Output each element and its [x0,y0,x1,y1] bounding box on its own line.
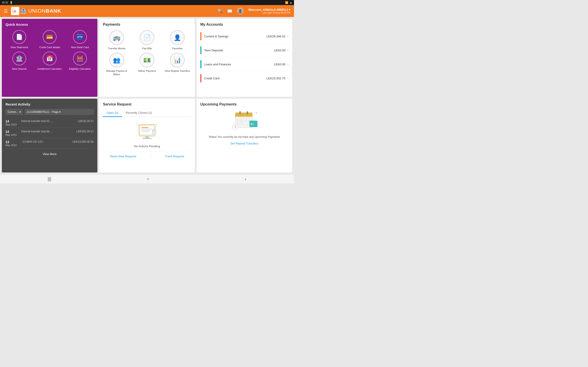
qa-credit-card[interactable]: 💳 Credit Card details [36,30,63,49]
avatar: 👤 [237,8,244,15]
tx-date-1: 14 May 2019 [6,119,19,126]
recent-filters: Curren... ▾ 111100088070111 - Paga ▾ [6,109,94,115]
account-term-deposits-balance: LEK0.00 [274,49,285,52]
nav-home-icon[interactable]: ○ [147,176,149,182]
payments-grid: 🚌 Transfer Money 📄 Pay Bills 👤 Favorites… [103,30,191,76]
svg-rect-12 [153,130,155,131]
qa-eligibility-calc[interactable]: 🧮 Eligibility Calculator [66,52,94,70]
svg-point-34 [241,123,242,123]
nav-back-icon[interactable]: ‹ [245,176,246,182]
account-current-savings-balance: LEK28,384.01 [267,35,285,38]
qa-view-statement-label: View Statement [10,46,28,49]
svg-rect-10 [142,138,152,139]
svg-rect-6 [141,129,152,129]
account-chevron-4: › [287,76,288,80]
wifi-icon: 📶 [285,1,288,4]
account-current-savings[interactable]: Current & Savings LEK28,384.01 › [200,29,288,43]
tx-desc-3: ~13-MAY-19~121~ [19,140,73,143]
svg-rect-11 [152,129,156,134]
service-empty-text: No Actions Pending [134,144,160,148]
quick-access-title: Quick Access [6,23,94,26]
new-debit-card-icon: 🏧 [73,30,87,44]
svg-rect-20 [235,115,252,117]
qa-new-debit-card[interactable]: 🏧 New Debit Card [66,30,94,49]
account-stripe-red [200,74,201,82]
tx-amount-2: LEK352.00 Cr [77,130,94,133]
svg-rect-5 [141,127,148,128]
account-number-filter[interactable]: 111100088070111 - Paga ▾ [25,109,94,115]
mail-icon[interactable]: ✉️ [227,8,232,14]
payment-manage-payees-label: Manage Payees & Billers [103,69,130,76]
tx-desc-1: Internal transfer test 02 ... [19,119,78,123]
view-more-button[interactable]: View More [6,150,94,158]
tx-desc-2: Internal transfer test de... [19,130,77,133]
qa-eligibility-calc-label: Eligibility Calculator [69,67,91,70]
account-chevron-2: › [287,48,288,52]
payment-manage-payees[interactable]: 👥 Manage Payees & Billers [103,53,130,76]
account-loans-balance: LEK0.00 [274,63,285,66]
qa-new-debit-card-label: New Debit Card [71,46,89,49]
payment-adhoc-label: Adhoc Payment [138,69,156,73]
payment-transfer-money-label: Transfer Money [108,47,126,50]
repeat-transfers-icon: 📊 [170,53,185,67]
nav-menu-icon[interactable]: ||| [48,176,52,182]
tx-amount-1: LEK32.00 Cr [78,119,94,123]
manage-payees-icon: 👥 [109,53,124,67]
payment-adhoc[interactable]: 💵 Adhoc Payment [133,53,161,76]
filter-chevron-2: ▾ [59,110,61,114]
filter-chevron-1: ▾ [19,110,21,114]
payment-favorites[interactable]: 👤 Favorites [164,30,191,50]
svg-text:+: + [137,124,138,127]
account-type-filter[interactable]: Curren... ▾ [6,109,23,115]
account-term-deposits[interactable]: Term Deposits LEK0.00 › [200,43,288,57]
transaction-2[interactable]: 14 May 2019 Internal transfer test de...… [6,128,94,138]
installment-calc-icon: 📅 [43,52,57,65]
svg-text:+: + [256,120,257,122]
track-request-link[interactable]: Track Request [165,155,184,158]
payment-repeat-transfers[interactable]: 📊 View Repeat Transfers [164,53,191,76]
svg-point-32 [249,120,250,121]
main-content: Quick Access 📄 View Statement 💳 Credit C… [0,17,294,174]
svg-text:$=: $= [251,122,254,126]
status-bar: 18:32 🔋 📶 ▲ [0,0,294,5]
qa-view-statement[interactable]: 📄 View Statement [6,30,33,49]
logo-text: 🏦 UNIONBANK [20,8,61,14]
transaction-3[interactable]: 13 May 2019 ~13-MAY-19~121~ LEK13,000.00… [6,138,94,149]
search-icon[interactable]: 🔍 [217,8,223,14]
adhoc-payment-icon: 💵 [140,53,154,67]
eligibility-calc-icon: 🧮 [73,52,87,65]
transaction-list: 14 May 2019 Internal transfer test 02 ..… [6,118,94,149]
transfer-money-icon: 🚌 [109,30,124,45]
top-nav: ☰ U B 🏦 UNIONBANK 🔍 ✉️ 👤 Welcome, ARMALD… [0,5,294,17]
hamburger-menu[interactable]: ☰ [4,8,8,14]
svg-rect-13 [153,131,155,131]
account-term-deposits-name: Term Deposits [204,49,274,52]
svg-rect-8 [141,131,149,132]
payment-pay-bills[interactable]: 📄 Pay Bills [133,30,161,50]
qa-new-deposit[interactable]: 🏦 New Deposit [6,52,33,70]
account-loans[interactable]: Loans and Finances LEK0.00 › [200,57,288,71]
new-deposit-icon: 🏦 [12,52,26,65]
svg-point-29 [237,120,238,121]
set-repeat-transfers-link[interactable]: Set Repeat Transfers [230,142,259,145]
accounts-title: My Accounts [200,23,288,27]
qa-installment-calc-label: Installment Calculator [37,67,62,70]
qa-installment-calc[interactable]: 📅 Installment Calculator [36,52,63,70]
tab-recently-closed[interactable]: Recently Closed (2) [122,109,156,117]
svg-point-33 [237,123,238,123]
tab-open[interactable]: Open (0) [103,109,122,117]
account-credit-card[interactable]: Credit Card LEK25,502.75 › [200,71,288,85]
account-chevron-3: › [287,62,288,66]
qa-new-deposit-label: New Deposit [12,67,26,70]
transaction-1[interactable]: 14 May 2019 Internal transfer test 02 ..… [6,118,94,128]
payment-transfer-money[interactable]: 🚌 Transfer Money [103,30,130,50]
svg-text:+: + [156,123,157,126]
upcoming-empty-state: $= + - + - Relax! You currently do not h… [200,109,288,145]
svg-text:-: - [136,134,137,136]
signal-icon: ▲ [290,1,292,4]
time-display: 18:32 [2,1,8,4]
account-credit-card-balance: LEK25,502.75 [267,77,285,80]
raise-new-request-link[interactable]: Raise New Request [110,155,136,158]
payment-favorites-label: Favorites [172,47,182,50]
service-request-title: Service Request [103,102,191,106]
